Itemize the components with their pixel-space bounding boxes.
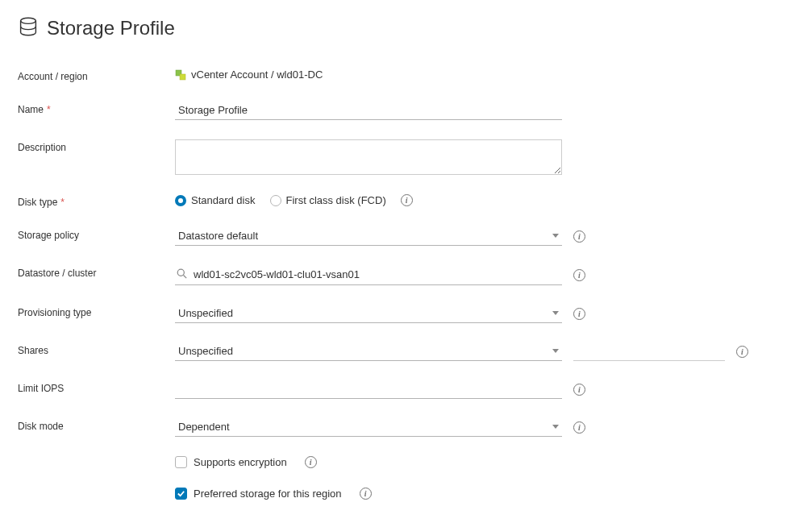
- label-disk-mode: Disk mode: [18, 418, 175, 432]
- label-limit-iops: Limit IOPS: [18, 380, 175, 394]
- label-shares: Shares: [18, 342, 175, 356]
- chevron-down-icon: [552, 425, 559, 429]
- info-icon[interactable]: i: [305, 456, 317, 468]
- label-capability-tags: Capability tags: [18, 519, 175, 523]
- disk-mode-select[interactable]: Dependent: [175, 418, 562, 437]
- info-icon[interactable]: i: [573, 421, 585, 434]
- datastore-input[interactable]: [192, 268, 559, 281]
- page-title: Storage Profile: [47, 17, 175, 39]
- info-icon[interactable]: i: [573, 269, 585, 281]
- radio-standard-disk[interactable]: Standard disk: [175, 194, 256, 206]
- label-disk-type: Disk type*: [18, 194, 175, 208]
- search-icon: [177, 268, 187, 281]
- chevron-down-icon: [552, 349, 559, 353]
- limit-iops-input[interactable]: [175, 380, 562, 399]
- storage-icon: [18, 16, 39, 39]
- chevron-down-icon: [552, 234, 559, 238]
- name-input[interactable]: [175, 102, 562, 120]
- svg-point-0: [21, 18, 36, 23]
- info-icon[interactable]: i: [573, 384, 585, 396]
- info-icon[interactable]: i: [573, 308, 585, 320]
- disk-type-radiogroup: Standard disk First class disk (FCD) i: [175, 194, 413, 206]
- datastore-search[interactable]: [175, 265, 562, 285]
- label-provisioning-type: Provisioning type: [18, 305, 175, 318]
- shares-value-input[interactable]: [573, 343, 725, 361]
- preferred-storage-label: Preferred storage for this region: [194, 488, 342, 500]
- page-header: Storage Profile: [18, 16, 794, 39]
- preferred-storage-checkbox[interactable]: [175, 488, 187, 500]
- label-description: Description: [18, 139, 175, 153]
- supports-encryption-label: Supports encryption: [194, 456, 287, 468]
- info-icon[interactable]: i: [573, 230, 585, 243]
- description-textarea[interactable]: [175, 139, 562, 175]
- capability-tags-input-wrap[interactable]: [175, 519, 780, 523]
- chevron-down-icon: [552, 311, 559, 315]
- label-datastore: Datastore / cluster: [18, 265, 175, 279]
- account-region-value: vCenter Account / wld01-DC: [175, 68, 323, 81]
- label-account-region: Account / region: [18, 68, 175, 82]
- info-icon[interactable]: i: [736, 346, 748, 358]
- storage-policy-select[interactable]: Datastore default: [175, 227, 562, 246]
- shares-select[interactable]: Unspecified: [175, 342, 562, 361]
- provisioning-type-select[interactable]: Unspecified: [175, 305, 562, 323]
- svg-line-4: [184, 275, 187, 278]
- label-name: Name*: [18, 102, 175, 115]
- info-icon[interactable]: i: [360, 488, 372, 500]
- svg-point-3: [177, 269, 184, 276]
- info-icon[interactable]: i: [401, 194, 413, 206]
- vcenter-icon: [175, 69, 186, 81]
- supports-encryption-checkbox[interactable]: [175, 456, 187, 468]
- svg-rect-2: [180, 74, 185, 80]
- radio-first-class-disk[interactable]: First class disk (FCD): [270, 194, 386, 206]
- label-storage-policy: Storage policy: [18, 227, 175, 241]
